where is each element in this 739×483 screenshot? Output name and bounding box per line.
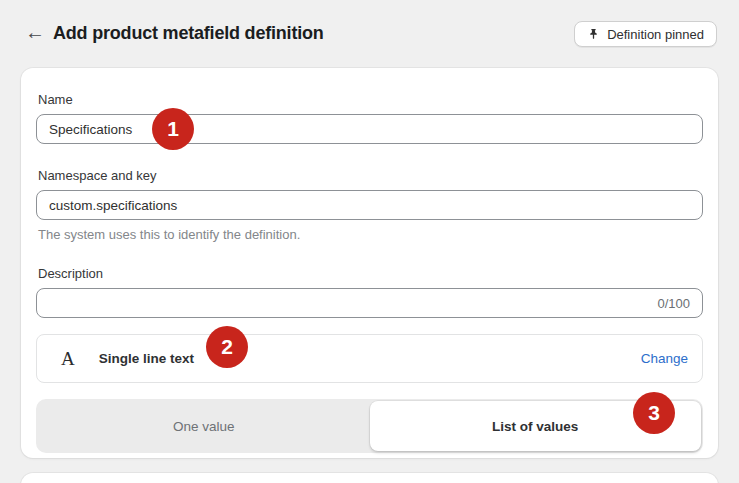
change-type-link[interactable]: Change	[641, 351, 688, 366]
content-type-row: A Single line text Change	[36, 334, 703, 383]
definition-pinned-button[interactable]: Definition pinned	[574, 21, 717, 47]
back-arrow-icon[interactable]: ←	[25, 20, 45, 44]
description-label: Description	[38, 266, 703, 281]
annotation-badge-2: 2	[206, 326, 248, 368]
next-section-card	[21, 473, 718, 483]
metafield-definition-card: Name Namespace and key The system uses t…	[21, 68, 718, 458]
definition-pinned-label: Definition pinned	[607, 27, 704, 42]
name-input[interactable]	[49, 122, 690, 137]
single-line-text-icon: A	[61, 349, 75, 368]
character-counter: 0/100	[657, 296, 690, 311]
value-mode-segmented-control: One value List of values	[36, 399, 703, 453]
namespace-input-wrapper	[36, 190, 703, 220]
description-input-wrapper: 0/100	[36, 288, 703, 318]
annotation-badge-1: 1	[152, 108, 194, 150]
namespace-label: Namespace and key	[38, 168, 703, 183]
name-label: Name	[38, 92, 703, 107]
namespace-input[interactable]	[49, 198, 690, 213]
annotation-badge-3: 3	[633, 392, 675, 434]
page-title: Add product metafield definition	[53, 22, 324, 44]
namespace-helper-text: The system uses this to identify the def…	[38, 227, 703, 242]
segment-one-value[interactable]: One value	[38, 401, 370, 451]
pin-icon	[587, 28, 600, 41]
name-input-wrapper	[36, 114, 703, 144]
content-type-label: Single line text	[99, 351, 194, 366]
description-input[interactable]	[49, 296, 649, 311]
